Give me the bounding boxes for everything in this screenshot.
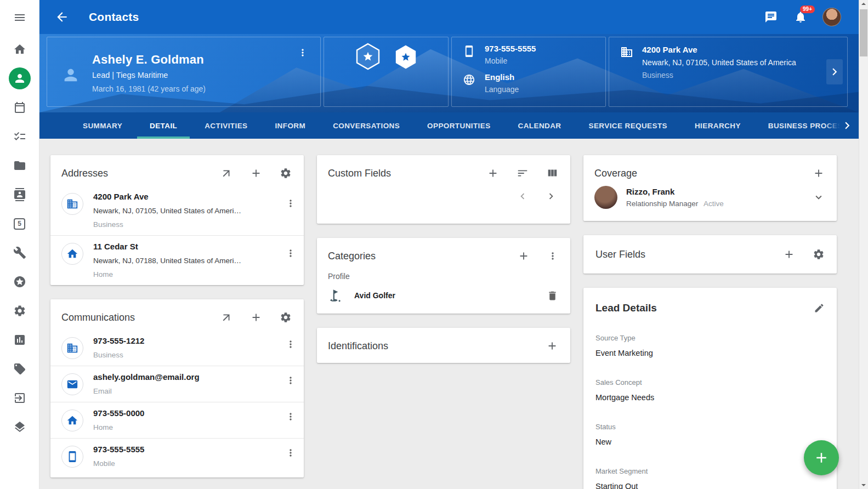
tab-conversations[interactable]: CONVERSATIONS [319,112,413,139]
communication-row[interactable]: ashely.goldman@email.org Email [50,366,304,402]
row-more-icon[interactable] [285,248,296,259]
detail-content: Addresses 4200 Park Ave Newark, [39,139,859,489]
user-fields-card: User Fields [583,235,837,274]
row-more-icon[interactable] [285,411,296,422]
scroll-up-icon[interactable] [861,3,866,5]
add-icon[interactable] [487,167,499,179]
add-icon[interactable] [250,167,262,179]
sign-out-icon[interactable] [9,387,31,409]
coverage-status: Active [704,200,724,208]
custom-fields-header: Custom Fields [317,155,570,186]
settings-icon[interactable] [280,167,292,179]
tools-icon[interactable] [9,242,31,264]
communication-value: ashely.goldman@email.org [93,372,285,383]
hero-next-chevron-icon[interactable] [826,59,843,84]
analytics-icon[interactable] [9,329,31,351]
scroll-down-icon[interactable] [861,484,866,486]
calendar-icon[interactable] [9,96,31,118]
tabs-overflow-chevron-icon[interactable] [825,112,859,139]
home-icon [61,243,83,265]
lead-field-value: Event Marketing [595,348,825,359]
communication-row[interactable]: 973-555-0000 Home [50,402,304,438]
tasks-icon[interactable] [9,126,31,147]
sort-icon[interactable] [517,167,529,179]
communication-type: Home [93,422,285,433]
edit-icon[interactable] [814,303,825,314]
identifications-title: Identifications [328,340,546,352]
coverage-card: Coverage Rizzo, Frank Relationship Manag… [583,155,837,221]
add-icon[interactable] [546,340,558,352]
open-icon[interactable] [220,167,232,179]
address-line2: Newark, NJ, 07105, United States of Amer… [93,206,285,216]
category-row[interactable]: Avid Golfer [317,281,570,314]
tab-inform[interactable]: INFORM [261,112,319,139]
email-icon [61,373,83,395]
tab-detail[interactable]: DETAIL [136,112,191,139]
bell-icon[interactable]: 99+ [794,10,807,24]
settings-icon[interactable] [813,248,825,260]
lead-field-label: Source Type [595,334,825,343]
row-more-icon[interactable] [285,375,296,386]
rewards-icon[interactable] [9,271,31,293]
expand-chevron-icon[interactable] [813,191,825,203]
addresses-title: Addresses [61,168,220,179]
coverage-row[interactable]: Rizzo, Frank Relationship Manager Active [583,184,837,221]
address-line1: 11 Cedar St [93,241,285,252]
service-requests-icon[interactable]: 5 [9,213,31,235]
menu-icon[interactable] [9,7,31,29]
building-icon [61,337,83,359]
add-icon[interactable] [250,311,262,323]
add-icon [813,450,830,466]
profile-more-icon[interactable] [297,47,308,58]
address-row[interactable]: 4200 Park Ave Newark, NJ, 07105, United … [50,186,304,235]
addresses-header: Addresses [50,155,304,186]
star-hexagon-badge-icon[interactable] [355,43,381,70]
delete-icon[interactable] [547,290,558,302]
left-nav-rail: 5 [0,0,39,489]
communication-row[interactable]: 973-555-5555 Mobile [50,438,304,474]
settings-icon[interactable] [280,311,292,323]
categories-title: Categories [328,251,518,262]
open-icon[interactable] [220,311,232,323]
vertical-scrollbar[interactable] [859,0,868,489]
tab-calendar[interactable]: CALENDAR [504,112,575,139]
tab-summary[interactable]: SUMMARY [69,112,136,139]
custom-fields-actions [487,167,558,179]
home-icon[interactable] [9,38,31,60]
more-icon[interactable] [547,251,558,261]
coverage-text: Rizzo, Frank Relationship Manager Active [626,187,813,208]
settings-nav-icon[interactable] [9,300,31,322]
add-icon[interactable] [783,248,795,260]
scrollbar-thumb[interactable] [860,9,867,56]
back-icon[interactable] [55,10,69,24]
chat-icon[interactable] [764,10,778,24]
communication-text: 973-555-0000 Home [93,408,285,433]
row-more-icon[interactable] [285,339,296,350]
star-hexagon-filled-badge-icon[interactable] [395,45,417,69]
contact-cards-icon[interactable] [9,184,31,206]
tab-service-requests[interactable]: SERVICE REQUESTS [575,112,681,139]
tags-icon[interactable] [9,358,31,380]
address-row[interactable]: 11 Cedar St Newark, NJ, 07188, United St… [50,235,304,285]
lead-field-value: Mortgage Needs [595,392,825,403]
user-avatar[interactable] [822,8,841,26]
add-fab-button[interactable] [804,440,839,475]
row-more-icon[interactable] [285,447,296,458]
tab-hierarchy[interactable]: HIERARCHY [681,112,754,139]
add-icon[interactable] [813,167,825,179]
folder-icon[interactable] [9,155,31,177]
row-more-icon[interactable] [285,198,296,209]
communication-row[interactable]: 973-555-1212 Business [50,330,304,366]
columns-icon[interactable] [546,167,558,179]
coverage-title: Coverage [594,168,813,179]
hero-profile-panel: Ashely E. Goldman Lead | Tiegs Maritime … [47,37,321,107]
add-icon[interactable] [518,250,530,262]
lead-field: Status New [583,423,837,447]
prev-page-icon[interactable] [517,190,529,202]
contacts-nav-icon[interactable] [9,67,31,89]
tab-opportunities[interactable]: OPPORTUNITIES [413,112,504,139]
address-type: Business [93,219,285,230]
next-page-icon[interactable] [545,190,557,202]
tab-activities[interactable]: ACTIVITIES [191,112,261,139]
layers-icon[interactable] [9,416,31,438]
